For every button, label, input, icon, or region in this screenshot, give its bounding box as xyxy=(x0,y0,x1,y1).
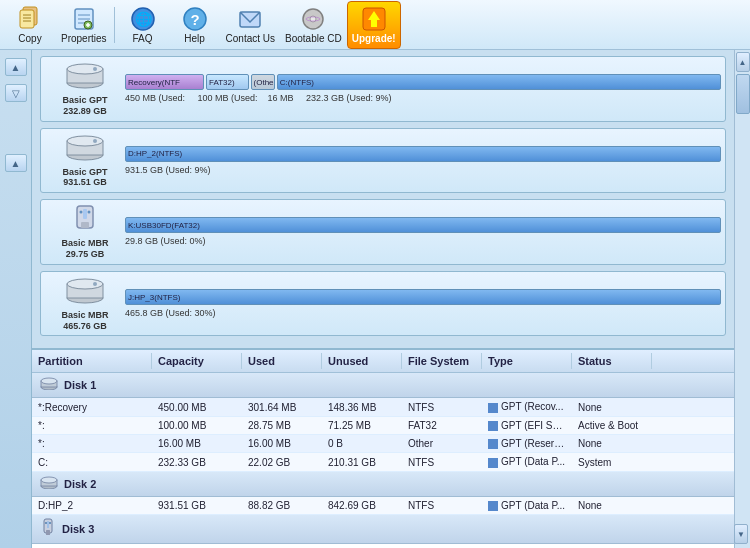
cell-unused: 210.31 GB xyxy=(322,454,402,471)
disk2-icon-area: Basic GPT931.51 GB xyxy=(45,133,125,189)
collapse-up-btn-2[interactable]: ▲ xyxy=(5,154,27,172)
properties-icon xyxy=(70,5,98,33)
upgrade-button[interactable]: Upgrade! xyxy=(347,1,401,49)
cell-fs: FAT32 xyxy=(402,417,482,434)
faq-button[interactable]: 🌐 FAQ xyxy=(117,1,169,49)
disk4-icon-area: Basic MBR465.76 GB xyxy=(45,276,125,332)
disk3-info: 29.8 GB (Used: 0%) xyxy=(125,236,721,246)
cell-partition: *:Recovery xyxy=(32,399,152,416)
table-row[interactable]: *:Recovery 450.00 MB 301.64 MB 148.36 MB… xyxy=(32,398,734,416)
cell-partition: C: xyxy=(32,454,152,471)
svg-text:🌐: 🌐 xyxy=(134,11,152,28)
disk2-part-d: D:HP_2(NTFS) xyxy=(125,146,721,162)
content-area: Basic GPT232.89 GB Recovery(NTF FAT32) (… xyxy=(32,50,734,548)
table-body: Disk 1 *:Recovery 450.00 MB 301.64 MB 14… xyxy=(32,373,734,548)
disk-row-1: Basic GPT232.89 GB Recovery(NTF FAT32) (… xyxy=(40,56,726,122)
cell-fs: NTFS xyxy=(402,454,482,471)
table-row[interactable]: *: 16.00 MB 16.00 MB 0 B Other GPT (Rese… xyxy=(32,435,734,453)
disk-row-2: Basic GPT931.51 GB D:HP_2(NTFS) 931.5 GB… xyxy=(40,128,726,194)
col-header-partition: Partition xyxy=(32,353,152,369)
svg-rect-46 xyxy=(46,530,50,535)
disk4-partitions: J:HP_3(NTFS) 465.8 GB (Used: 30%) xyxy=(125,289,721,318)
cell-capacity: 450.00 MB xyxy=(152,399,242,416)
cell-unused: 0 B xyxy=(322,435,402,452)
copy-button[interactable]: Copy xyxy=(4,1,56,49)
disk3-bar-row: K:USB30FD(FAT32) xyxy=(125,217,721,233)
upgrade-icon xyxy=(360,5,388,33)
cell-fs: NTFS xyxy=(402,399,482,416)
svg-point-24 xyxy=(67,64,103,74)
col-header-status: Status xyxy=(572,353,652,369)
disk-group-2: Disk 2 xyxy=(32,472,734,497)
svg-point-38 xyxy=(93,282,97,286)
bootable-button[interactable]: Bootable CD xyxy=(280,1,347,49)
disk-group-3: Disk 3 xyxy=(32,515,734,544)
help-icon: ? xyxy=(181,5,209,33)
disk1-part-fat32: FAT32) xyxy=(206,74,249,90)
table-header: Partition Capacity Used Unused File Syst… xyxy=(32,350,734,373)
disk1-bar-row: Recovery(NTF FAT32) (Other) C:(NTFS) xyxy=(125,74,721,90)
collapse-up-btn[interactable]: ▲ xyxy=(5,58,27,76)
disk1-partitions: Recovery(NTF FAT32) (Other) C:(NTFS) 450… xyxy=(125,74,721,103)
svg-point-48 xyxy=(45,522,47,524)
cell-fs: NTFS xyxy=(402,497,482,514)
disk4-info: 465.8 GB (Used: 30%) xyxy=(125,308,721,318)
left-panel: ▲ ▽ ▲ xyxy=(0,50,32,548)
cell-used: 22.02 GB xyxy=(242,454,322,471)
collapse-down-btn-1[interactable]: ▽ xyxy=(5,84,27,102)
cell-used: 28.75 MB xyxy=(242,417,322,434)
cell-unused: 71.25 MB xyxy=(322,417,402,434)
disk1-icon-area: Basic GPT232.89 GB xyxy=(45,61,125,117)
disk4-icon xyxy=(65,276,105,310)
table-row[interactable]: *: 100.00 MB 28.75 MB 71.25 MB FAT32 GPT… xyxy=(32,417,734,435)
svg-point-44 xyxy=(41,477,57,483)
cell-used: 16.00 MB xyxy=(242,435,322,452)
col-header-used: Used xyxy=(242,353,322,369)
faq-icon: 🌐 xyxy=(129,5,157,33)
help-label: Help xyxy=(184,33,205,44)
cell-partition: D:HP_2 xyxy=(32,497,152,514)
svg-text:?: ? xyxy=(190,11,199,28)
col-header-type: Type xyxy=(482,353,572,369)
cell-type: GPT (EFI Sys... xyxy=(482,417,572,434)
col-header-fs: File System xyxy=(402,353,482,369)
disk4-part-j: J:HP_3(NTFS) xyxy=(125,289,721,305)
disk4-label: Basic MBR465.76 GB xyxy=(61,310,108,332)
cell-status: System xyxy=(572,454,652,471)
table-row[interactable]: D:HP_2 931.51 GB 88.82 GB 842.69 GB NTFS… xyxy=(32,497,734,515)
disk-group-2-icon xyxy=(40,475,58,493)
disk4-bar-row: J:HP_3(NTFS) xyxy=(125,289,721,305)
cell-status: None xyxy=(572,497,652,514)
disk-group-1-icon xyxy=(40,376,58,394)
svg-point-33 xyxy=(80,211,83,214)
disk2-icon xyxy=(65,133,105,167)
cell-type: GPT (Data P... xyxy=(482,497,572,514)
disk3-icon-area: Basic MBR29.75 GB xyxy=(45,204,125,260)
svg-rect-31 xyxy=(81,222,89,228)
col-header-capacity: Capacity xyxy=(152,353,242,369)
cell-used: 301.64 MB xyxy=(242,399,322,416)
contact-label: Contact Us xyxy=(226,33,275,44)
scrollbar[interactable]: ▲ ▼ xyxy=(734,50,750,548)
disk1-label: Basic GPT232.89 GB xyxy=(62,95,107,117)
svg-rect-32 xyxy=(83,209,87,219)
properties-label: Properties xyxy=(61,33,107,44)
properties-button[interactable]: Properties xyxy=(56,1,112,49)
help-button[interactable]: ? Help xyxy=(169,1,221,49)
bootable-label: Bootable CD xyxy=(285,33,342,44)
disk3-icon xyxy=(69,204,101,238)
table-row[interactable]: C: 232.33 GB 22.02 GB 210.31 GB NTFS GPT… xyxy=(32,453,734,471)
disk-map: Basic GPT232.89 GB Recovery(NTF FAT32) (… xyxy=(32,50,734,348)
cell-partition: *: xyxy=(32,417,152,434)
cell-used: 88.82 GB xyxy=(242,497,322,514)
cell-partition: *: xyxy=(32,435,152,452)
disk3-part-k: K:USB30FD(FAT32) xyxy=(125,217,721,233)
cell-capacity: 100.00 MB xyxy=(152,417,242,434)
contact-button[interactable]: Contact Us xyxy=(221,1,280,49)
svg-point-49 xyxy=(49,522,51,524)
disk3-label: Basic MBR29.75 GB xyxy=(61,238,108,260)
copy-icon xyxy=(16,5,44,33)
toolbar: Copy Properties 🌐 FAQ xyxy=(0,0,750,50)
contact-icon xyxy=(236,5,264,33)
cell-type: GPT (Reserv... xyxy=(482,435,572,452)
